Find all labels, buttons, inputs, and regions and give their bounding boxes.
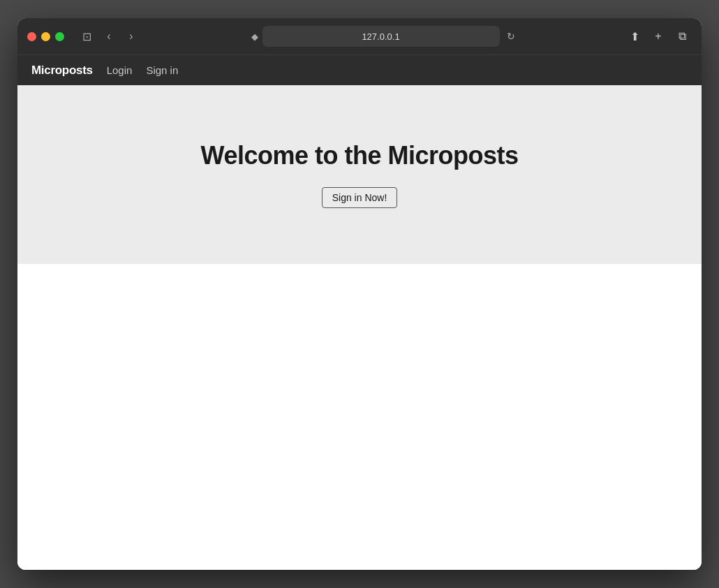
title-bar-right: ⬆ + ⧉ (625, 27, 692, 46)
hero-section: Welcome to the Microposts Sign in Now! (17, 85, 702, 264)
plus-icon: + (655, 30, 661, 43)
tabs-icon: ⧉ (679, 30, 686, 43)
content-area: Welcome to the Microposts Sign in Now! (17, 85, 702, 570)
minimize-button[interactable] (41, 32, 50, 41)
nav-login-link[interactable]: Login (107, 64, 133, 76)
refresh-icon: ↻ (507, 31, 515, 42)
close-button[interactable] (27, 32, 36, 41)
nav-signin-link[interactable]: Sign in (146, 64, 178, 76)
address-bar-container: ◆ 127.0.0.1 ↻ (147, 26, 619, 47)
address-bar[interactable]: 127.0.0.1 (262, 26, 500, 47)
url-text: 127.0.0.1 (362, 31, 399, 42)
main-content-area (17, 264, 702, 570)
share-icon: ⬆ (630, 30, 639, 43)
shield-icon: ◆ (251, 31, 258, 42)
back-icon: ‹ (107, 30, 110, 43)
browser-window: ⊡ ‹ › ◆ 127.0.0.1 ↻ ⬆ + (17, 18, 702, 570)
refresh-button[interactable]: ↻ (507, 31, 515, 42)
sidebar-toggle-button[interactable]: ⊡ (77, 27, 96, 46)
hero-title: Welcome to the Microposts (201, 141, 519, 170)
title-bar: ⊡ ‹ › ◆ 127.0.0.1 ↻ ⬆ + (17, 18, 702, 54)
maximize-button[interactable] (55, 32, 64, 41)
nav-brand[interactable]: Microposts (31, 64, 93, 78)
back-button[interactable]: ‹ (99, 27, 119, 46)
forward-icon: › (129, 30, 133, 43)
share-button[interactable]: ⬆ (625, 27, 644, 46)
sign-in-now-button[interactable]: Sign in Now! (322, 187, 398, 208)
nav-bar: Microposts Login Sign in (17, 54, 702, 85)
tabs-button[interactable]: ⧉ (672, 27, 692, 46)
new-tab-button[interactable]: + (648, 27, 668, 46)
traffic-lights (27, 32, 64, 41)
navigation-controls: ⊡ ‹ › (77, 27, 141, 46)
forward-button[interactable]: › (121, 27, 141, 46)
sidebar-icon: ⊡ (82, 30, 91, 43)
